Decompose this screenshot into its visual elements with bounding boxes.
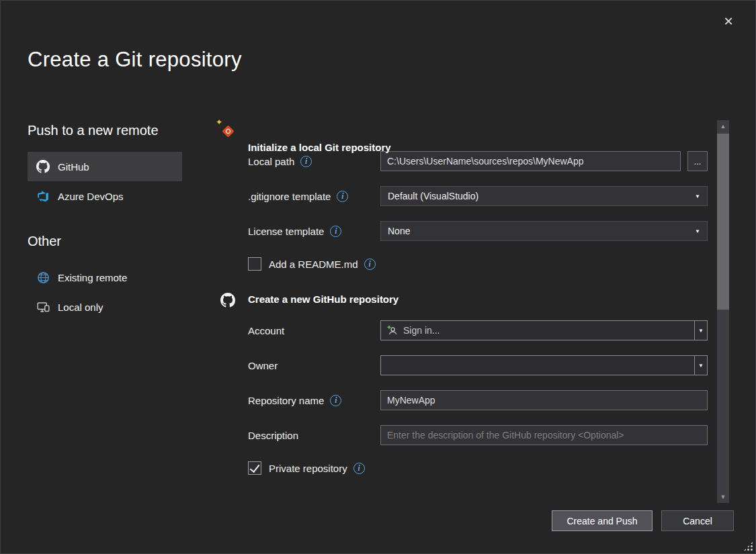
github-icon: [36, 160, 50, 173]
gitignore-label: .gitignore template: [248, 191, 331, 202]
github-icon: [219, 291, 237, 309]
push-remote-heading: Push to a new remote: [28, 123, 182, 138]
chevron-down-icon[interactable]: ▼: [694, 321, 707, 340]
add-user-icon: [387, 325, 398, 336]
local-path-label: Local path: [248, 156, 294, 167]
sparkle-icon: ✦: [216, 118, 222, 127]
github-section-header: Create a new GitHub repository: [219, 291, 708, 308]
info-icon: [353, 463, 365, 474]
repo-name-input[interactable]: [380, 390, 708, 410]
sidebar-item-local-only[interactable]: Local only: [28, 292, 182, 322]
readme-checkbox[interactable]: [248, 257, 261, 271]
sidebar-item-existing-remote[interactable]: Existing remote: [28, 263, 182, 292]
readme-label: Add a README.md: [269, 259, 358, 270]
create-and-push-button[interactable]: Create and Push: [552, 510, 653, 531]
account-label: Account: [248, 325, 284, 336]
init-section-rows: Local path ... .gitignore template Defau…: [248, 151, 708, 272]
cancel-button[interactable]: Cancel: [661, 510, 734, 531]
sidebar-item-label: Existing remote: [58, 272, 127, 283]
readme-row: Add a README.md: [248, 256, 708, 272]
private-repo-checkbox[interactable]: [248, 461, 261, 475]
info-icon: [337, 191, 348, 202]
license-row: License template None ▼: [248, 221, 708, 241]
info-icon: [364, 259, 376, 270]
sidebar-item-label: GitHub: [58, 161, 89, 173]
description-label: Description: [248, 430, 298, 441]
info-icon: [330, 226, 341, 237]
footer-buttons: Create and Push Cancel: [552, 510, 734, 531]
chevron-down-icon[interactable]: ▼: [694, 356, 707, 375]
scrollbar-thumb[interactable]: [717, 134, 729, 310]
chevron-down-icon: ▼: [695, 228, 700, 234]
close-icon[interactable]: ✕: [716, 11, 741, 32]
page-title: Create a Git repository: [28, 48, 242, 72]
github-section-title: Create a new GitHub repository: [248, 291, 708, 308]
init-section-title: Initialize a local Git repository: [248, 139, 708, 156]
license-value: None: [388, 226, 410, 236]
account-value: Sign in...: [403, 325, 439, 336]
info-icon: [300, 156, 312, 167]
repo-name-label: Repository name: [248, 395, 324, 406]
chevron-down-icon: ▼: [695, 193, 700, 199]
owner-combo[interactable]: ▼: [380, 355, 708, 375]
sidebar-item-azure-devops[interactable]: Azure DevOps: [28, 181, 182, 211]
gitignore-row: .gitignore template Default (VisualStudi…: [248, 186, 708, 206]
main-panel: ✦ Initialize a local Git repository Loca…: [219, 122, 708, 491]
private-repo-row: Private repository: [248, 460, 708, 476]
info-icon: [330, 395, 341, 406]
azure-devops-icon: [36, 189, 50, 203]
license-dropdown[interactable]: None ▼: [380, 221, 708, 241]
description-input[interactable]: [380, 425, 708, 445]
computer-icon: [36, 300, 50, 314]
scrollbar[interactable]: ▲ ▼: [717, 120, 729, 503]
other-heading: Other: [28, 234, 182, 249]
git-init-icon: ✦: [219, 122, 237, 140]
github-section-rows: Account Sign in... ▼ Owner ▼: [248, 320, 708, 476]
owner-row: Owner ▼: [248, 355, 708, 375]
sidebar-item-label: Local only: [58, 302, 103, 313]
gitignore-dropdown[interactable]: Default (VisualStudio) ▼: [380, 186, 708, 206]
sidebar-item-github[interactable]: GitHub: [28, 152, 182, 181]
account-combo[interactable]: Sign in... ▼: [380, 320, 708, 340]
owner-label: Owner: [248, 360, 278, 371]
scroll-up-icon[interactable]: ▲: [717, 120, 729, 132]
account-row: Account Sign in... ▼: [248, 320, 708, 340]
scroll-down-icon[interactable]: ▼: [717, 491, 729, 503]
sidebar-item-label: Azure DevOps: [58, 191, 124, 202]
init-section-header: ✦ Initialize a local Git repository: [219, 122, 708, 139]
resize-grip[interactable]: [743, 541, 753, 551]
repo-name-row: Repository name: [248, 390, 708, 410]
private-repo-label: Private repository: [269, 463, 347, 474]
gitignore-value: Default (VisualStudio): [388, 191, 478, 201]
license-label: License template: [248, 226, 324, 237]
globe-icon: [36, 271, 50, 284]
sidebar: Push to a new remote GitHub Azure DevOps…: [28, 123, 182, 322]
description-row: Description: [248, 425, 708, 445]
